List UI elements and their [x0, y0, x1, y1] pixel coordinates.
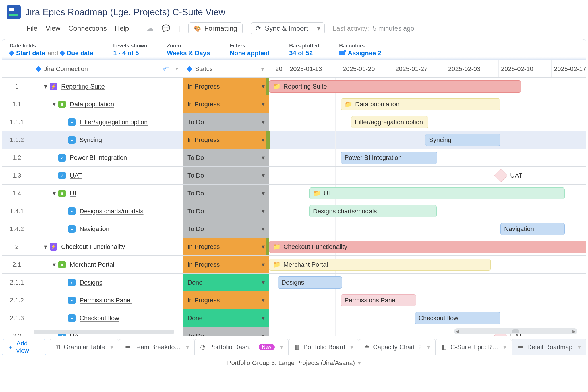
caret-icon[interactable] — [262, 279, 265, 286]
caret-icon[interactable] — [261, 65, 264, 73]
gantt-bar[interactable]: Power BI Integration — [341, 152, 437, 164]
view-tab[interactable]: ≛Capacity Chart? — [359, 339, 436, 355]
grid-row[interactable]: 2.1.3▾Checkout flowDoneCheckout flow — [2, 309, 586, 327]
view-tab[interactable]: ▥Portfolio Board — [289, 339, 359, 355]
status-cell[interactable]: To Do — [183, 202, 269, 220]
gantt-bar[interactable]: Designs — [278, 276, 342, 289]
caret-icon[interactable] — [262, 83, 265, 90]
row-label[interactable]: Data population — [70, 101, 114, 108]
row-label[interactable]: Syncing — [80, 136, 102, 144]
row-label[interactable]: UI — [70, 190, 76, 197]
status-cell[interactable]: To Do — [183, 149, 269, 166]
view-tab[interactable]: ≔Detail Roadmap — [512, 339, 586, 355]
cfg-barcolors[interactable]: Bar colors Assignee 2 — [329, 43, 391, 57]
status-cell[interactable]: In Progress — [183, 238, 269, 255]
caret-icon[interactable] — [262, 243, 265, 251]
status-cell[interactable]: Done — [183, 274, 269, 291]
gantt-bar[interactable]: 📁Data population — [341, 98, 500, 110]
row-label[interactable]: Navigation — [80, 225, 109, 233]
menu-help[interactable]: Help — [115, 24, 129, 32]
row-label[interactable]: Filter/aggregation option — [80, 118, 148, 126]
grid-row[interactable]: 1.2▾Power BI IntegrationTo DoPower BI In… — [2, 149, 586, 167]
menu-view[interactable]: View — [46, 24, 61, 32]
view-tab[interactable]: ⊞Granular Table — [50, 339, 119, 355]
formatting-button[interactable]: 🎨 Formatting — [188, 22, 243, 34]
grid-row[interactable]: 1.1.1▾Filter/aggregation optionTo DoFilt… — [2, 113, 586, 131]
caret-icon[interactable] — [578, 343, 581, 351]
status-cell[interactable]: In Progress — [183, 291, 269, 309]
row-label[interactable]: Checkout flow — [80, 314, 119, 322]
view-tab[interactable]: ◔Portfolio Dash…New — [195, 339, 288, 355]
tag-icon[interactable]: 🏷 — [163, 65, 169, 73]
gantt-bar[interactable]: 📁UI — [309, 187, 565, 199]
grid-row[interactable]: 1.4▾UITo Do📁UI — [2, 185, 586, 202]
gantt-bar[interactable]: Permissions Panel — [341, 294, 416, 306]
grid-row[interactable]: 1.3▾UATTo DoUAT — [2, 167, 586, 185]
row-label[interactable]: Checkout Functionality — [61, 243, 125, 251]
cfg-bars[interactable]: Bars plotted 34 of 52 — [279, 43, 329, 57]
grid-row[interactable]: 2▾Checkout FunctionalityIn Progress📁Chec… — [2, 238, 586, 256]
gantt-bar[interactable]: Designs charts/modals — [309, 205, 437, 217]
sync-import-button[interactable]: ⟳ Sync & Import — [251, 22, 325, 34]
footer-label[interactable]: Portfolio Group 3: Large Projects (Jira/… — [0, 355, 588, 369]
caret-icon[interactable] — [110, 343, 113, 351]
gantt-bar[interactable]: 📁Reporting Suite — [269, 80, 521, 93]
gantt-bar[interactable]: Checkout flow — [415, 312, 500, 324]
cfg-levels[interactable]: Levels shown 1 - 4 of 5 — [103, 43, 157, 57]
cloud-icon[interactable]: ☁ — [147, 24, 154, 32]
caret-icon[interactable] — [350, 343, 353, 351]
caret-icon[interactable] — [186, 343, 189, 351]
expander-icon[interactable]: ▾ — [51, 190, 57, 197]
status-cell[interactable]: In Progress — [183, 95, 269, 113]
row-label[interactable]: Reporting Suite — [61, 83, 105, 90]
cfg-date-fields[interactable]: Date fields Start date and Due date — [10, 43, 103, 57]
caret-icon[interactable] — [262, 190, 265, 197]
caret-icon[interactable] — [503, 343, 506, 351]
caret-icon[interactable] — [262, 297, 265, 304]
caret-icon[interactable] — [176, 66, 178, 72]
row-label[interactable]: Designs charts/modals — [80, 207, 144, 215]
caret-icon[interactable] — [280, 343, 283, 351]
view-tab[interactable]: ◧C-Suite Epic R… — [436, 339, 512, 355]
expander-icon[interactable]: ▾ — [42, 243, 49, 251]
timeline-scrollbar[interactable]: ◀ ▶ — [454, 328, 577, 334]
status-cell[interactable]: To Do — [183, 220, 269, 238]
expander-icon[interactable]: ▾ — [51, 101, 57, 108]
caret-icon[interactable] — [427, 343, 430, 351]
caret-icon[interactable] — [262, 101, 265, 108]
grid-row[interactable]: 1.4.1▾Designs charts/modalsTo DoDesigns … — [2, 202, 586, 220]
help-icon[interactable]: ? — [418, 343, 422, 351]
caret-icon[interactable] — [262, 225, 265, 233]
status-cell[interactable]: In Progress — [183, 78, 269, 95]
caret-icon[interactable] — [262, 172, 265, 179]
gantt-bar[interactable]: Syncing — [425, 134, 500, 146]
grid-row[interactable]: 1.1.2▾SyncingIn ProgressSyncing — [2, 131, 586, 149]
view-tab[interactable]: ≔Team Breakdo… — [119, 339, 195, 355]
row-label[interactable]: UAT — [70, 172, 82, 179]
gantt-bar[interactable]: Filter/aggregation option — [351, 116, 428, 128]
menu-file[interactable]: File — [26, 24, 38, 32]
scroll-left-icon[interactable]: ◀ — [456, 329, 459, 334]
gantt-bar[interactable]: 📁Checkout Functionality — [269, 241, 586, 253]
gantt-bar[interactable]: 📁Merchant Portal — [269, 259, 491, 271]
comments-icon[interactable]: 💬 — [162, 24, 170, 32]
cfg-zoom[interactable]: Zoom Weeks & Days — [157, 43, 220, 57]
expander-icon[interactable]: ▾ — [42, 83, 49, 90]
caret-icon[interactable] — [262, 136, 265, 144]
expander-icon[interactable]: ▾ — [51, 261, 57, 268]
status-cell[interactable]: In Progress — [183, 131, 269, 149]
grid-row[interactable]: 2.1.1▾DesignsDoneDesigns — [2, 274, 586, 291]
grid-row[interactable]: 1▾Reporting SuiteIn Progress📁Reporting S… — [2, 78, 586, 95]
sync-caret-icon[interactable] — [313, 23, 324, 34]
caret-icon[interactable] — [262, 261, 265, 268]
status-cell[interactable]: To Do — [183, 327, 269, 336]
left-scrollbar[interactable] — [34, 330, 174, 334]
menu-connections[interactable]: Connections — [68, 24, 107, 32]
status-cell[interactable]: To Do — [183, 113, 269, 131]
grid-row[interactable]: 2.1▾Merchant PortalIn Progress📁Merchant … — [2, 256, 586, 274]
row-label[interactable]: Merchant Portal — [70, 261, 114, 268]
row-label[interactable]: Power BI Integration — [70, 154, 127, 162]
col-status[interactable]: Status — [183, 60, 269, 77]
row-label[interactable]: Designs — [80, 279, 102, 286]
caret-icon[interactable] — [262, 207, 265, 215]
